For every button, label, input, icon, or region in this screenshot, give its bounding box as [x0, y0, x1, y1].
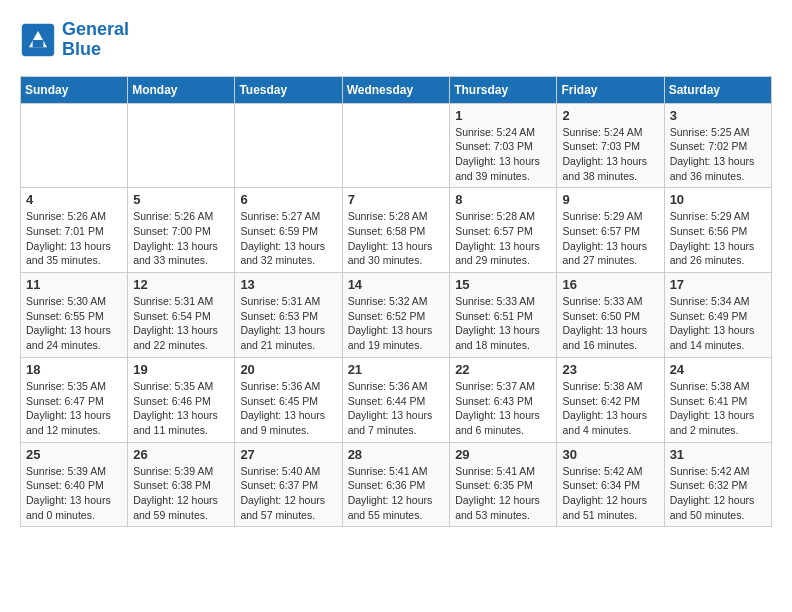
day-detail: Sunrise: 5:36 AM Sunset: 6:45 PM Dayligh…	[240, 379, 336, 438]
day-number: 5	[133, 192, 229, 207]
day-detail: Sunrise: 5:39 AM Sunset: 6:40 PM Dayligh…	[26, 464, 122, 523]
calendar-table: SundayMondayTuesdayWednesdayThursdayFrid…	[20, 76, 772, 528]
day-detail: Sunrise: 5:29 AM Sunset: 6:57 PM Dayligh…	[562, 209, 658, 268]
day-detail: Sunrise: 5:33 AM Sunset: 6:51 PM Dayligh…	[455, 294, 551, 353]
day-number: 4	[26, 192, 122, 207]
logo-icon	[20, 22, 56, 58]
calendar-day-empty	[342, 103, 450, 188]
calendar-day-13: 13Sunrise: 5:31 AM Sunset: 6:53 PM Dayli…	[235, 273, 342, 358]
day-number: 27	[240, 447, 336, 462]
day-detail: Sunrise: 5:31 AM Sunset: 6:53 PM Dayligh…	[240, 294, 336, 353]
day-detail: Sunrise: 5:30 AM Sunset: 6:55 PM Dayligh…	[26, 294, 122, 353]
day-detail: Sunrise: 5:24 AM Sunset: 7:03 PM Dayligh…	[562, 125, 658, 184]
calendar-day-6: 6Sunrise: 5:27 AM Sunset: 6:59 PM Daylig…	[235, 188, 342, 273]
header-cell-friday: Friday	[557, 76, 664, 103]
day-number: 14	[348, 277, 445, 292]
calendar-day-27: 27Sunrise: 5:40 AM Sunset: 6:37 PM Dayli…	[235, 442, 342, 527]
day-number: 30	[562, 447, 658, 462]
day-detail: Sunrise: 5:41 AM Sunset: 6:35 PM Dayligh…	[455, 464, 551, 523]
calendar-day-9: 9Sunrise: 5:29 AM Sunset: 6:57 PM Daylig…	[557, 188, 664, 273]
calendar-week-5: 25Sunrise: 5:39 AM Sunset: 6:40 PM Dayli…	[21, 442, 772, 527]
calendar-day-31: 31Sunrise: 5:42 AM Sunset: 6:32 PM Dayli…	[664, 442, 771, 527]
day-number: 2	[562, 108, 658, 123]
day-detail: Sunrise: 5:34 AM Sunset: 6:49 PM Dayligh…	[670, 294, 766, 353]
calendar-day-28: 28Sunrise: 5:41 AM Sunset: 6:36 PM Dayli…	[342, 442, 450, 527]
day-detail: Sunrise: 5:25 AM Sunset: 7:02 PM Dayligh…	[670, 125, 766, 184]
day-detail: Sunrise: 5:32 AM Sunset: 6:52 PM Dayligh…	[348, 294, 445, 353]
day-number: 29	[455, 447, 551, 462]
day-detail: Sunrise: 5:35 AM Sunset: 6:46 PM Dayligh…	[133, 379, 229, 438]
day-number: 7	[348, 192, 445, 207]
logo-line2: Blue	[62, 40, 129, 60]
calendar-day-4: 4Sunrise: 5:26 AM Sunset: 7:01 PM Daylig…	[21, 188, 128, 273]
day-detail: Sunrise: 5:41 AM Sunset: 6:36 PM Dayligh…	[348, 464, 445, 523]
calendar-day-empty	[235, 103, 342, 188]
day-number: 31	[670, 447, 766, 462]
header-cell-sunday: Sunday	[21, 76, 128, 103]
calendar-day-15: 15Sunrise: 5:33 AM Sunset: 6:51 PM Dayli…	[450, 273, 557, 358]
day-number: 13	[240, 277, 336, 292]
calendar-week-1: 1Sunrise: 5:24 AM Sunset: 7:03 PM Daylig…	[21, 103, 772, 188]
day-detail: Sunrise: 5:33 AM Sunset: 6:50 PM Dayligh…	[562, 294, 658, 353]
calendar-day-empty	[128, 103, 235, 188]
header-cell-wednesday: Wednesday	[342, 76, 450, 103]
day-number: 3	[670, 108, 766, 123]
logo: General Blue	[20, 20, 129, 60]
calendar-day-20: 20Sunrise: 5:36 AM Sunset: 6:45 PM Dayli…	[235, 357, 342, 442]
day-detail: Sunrise: 5:29 AM Sunset: 6:56 PM Dayligh…	[670, 209, 766, 268]
calendar-day-22: 22Sunrise: 5:37 AM Sunset: 6:43 PM Dayli…	[450, 357, 557, 442]
day-detail: Sunrise: 5:31 AM Sunset: 6:54 PM Dayligh…	[133, 294, 229, 353]
calendar-day-30: 30Sunrise: 5:42 AM Sunset: 6:34 PM Dayli…	[557, 442, 664, 527]
day-detail: Sunrise: 5:37 AM Sunset: 6:43 PM Dayligh…	[455, 379, 551, 438]
calendar-day-11: 11Sunrise: 5:30 AM Sunset: 6:55 PM Dayli…	[21, 273, 128, 358]
calendar-day-7: 7Sunrise: 5:28 AM Sunset: 6:58 PM Daylig…	[342, 188, 450, 273]
logo-line1: General	[62, 20, 129, 40]
day-number: 20	[240, 362, 336, 377]
calendar-day-10: 10Sunrise: 5:29 AM Sunset: 6:56 PM Dayli…	[664, 188, 771, 273]
header-cell-thursday: Thursday	[450, 76, 557, 103]
day-detail: Sunrise: 5:26 AM Sunset: 7:00 PM Dayligh…	[133, 209, 229, 268]
calendar-day-17: 17Sunrise: 5:34 AM Sunset: 6:49 PM Dayli…	[664, 273, 771, 358]
day-number: 1	[455, 108, 551, 123]
calendar-day-1: 1Sunrise: 5:24 AM Sunset: 7:03 PM Daylig…	[450, 103, 557, 188]
day-number: 21	[348, 362, 445, 377]
day-number: 19	[133, 362, 229, 377]
day-number: 25	[26, 447, 122, 462]
page-header: General Blue	[20, 20, 772, 60]
calendar-body: 1Sunrise: 5:24 AM Sunset: 7:03 PM Daylig…	[21, 103, 772, 527]
day-detail: Sunrise: 5:38 AM Sunset: 6:41 PM Dayligh…	[670, 379, 766, 438]
header-cell-saturday: Saturday	[664, 76, 771, 103]
day-detail: Sunrise: 5:42 AM Sunset: 6:34 PM Dayligh…	[562, 464, 658, 523]
day-number: 24	[670, 362, 766, 377]
day-detail: Sunrise: 5:36 AM Sunset: 6:44 PM Dayligh…	[348, 379, 445, 438]
day-number: 11	[26, 277, 122, 292]
day-detail: Sunrise: 5:24 AM Sunset: 7:03 PM Dayligh…	[455, 125, 551, 184]
day-number: 6	[240, 192, 336, 207]
calendar-day-14: 14Sunrise: 5:32 AM Sunset: 6:52 PM Dayli…	[342, 273, 450, 358]
day-number: 28	[348, 447, 445, 462]
calendar-day-19: 19Sunrise: 5:35 AM Sunset: 6:46 PM Dayli…	[128, 357, 235, 442]
calendar-day-29: 29Sunrise: 5:41 AM Sunset: 6:35 PM Dayli…	[450, 442, 557, 527]
day-number: 8	[455, 192, 551, 207]
calendar-week-4: 18Sunrise: 5:35 AM Sunset: 6:47 PM Dayli…	[21, 357, 772, 442]
calendar-day-empty	[21, 103, 128, 188]
calendar-day-16: 16Sunrise: 5:33 AM Sunset: 6:50 PM Dayli…	[557, 273, 664, 358]
day-detail: Sunrise: 5:39 AM Sunset: 6:38 PM Dayligh…	[133, 464, 229, 523]
day-detail: Sunrise: 5:28 AM Sunset: 6:58 PM Dayligh…	[348, 209, 445, 268]
day-detail: Sunrise: 5:28 AM Sunset: 6:57 PM Dayligh…	[455, 209, 551, 268]
day-number: 12	[133, 277, 229, 292]
calendar-day-23: 23Sunrise: 5:38 AM Sunset: 6:42 PM Dayli…	[557, 357, 664, 442]
calendar-week-2: 4Sunrise: 5:26 AM Sunset: 7:01 PM Daylig…	[21, 188, 772, 273]
calendar-day-3: 3Sunrise: 5:25 AM Sunset: 7:02 PM Daylig…	[664, 103, 771, 188]
day-number: 16	[562, 277, 658, 292]
day-detail: Sunrise: 5:26 AM Sunset: 7:01 PM Dayligh…	[26, 209, 122, 268]
calendar-day-8: 8Sunrise: 5:28 AM Sunset: 6:57 PM Daylig…	[450, 188, 557, 273]
calendar-header: SundayMondayTuesdayWednesdayThursdayFrid…	[21, 76, 772, 103]
header-cell-monday: Monday	[128, 76, 235, 103]
day-number: 23	[562, 362, 658, 377]
day-number: 18	[26, 362, 122, 377]
day-detail: Sunrise: 5:40 AM Sunset: 6:37 PM Dayligh…	[240, 464, 336, 523]
calendar-day-2: 2Sunrise: 5:24 AM Sunset: 7:03 PM Daylig…	[557, 103, 664, 188]
calendar-day-5: 5Sunrise: 5:26 AM Sunset: 7:00 PM Daylig…	[128, 188, 235, 273]
day-number: 9	[562, 192, 658, 207]
